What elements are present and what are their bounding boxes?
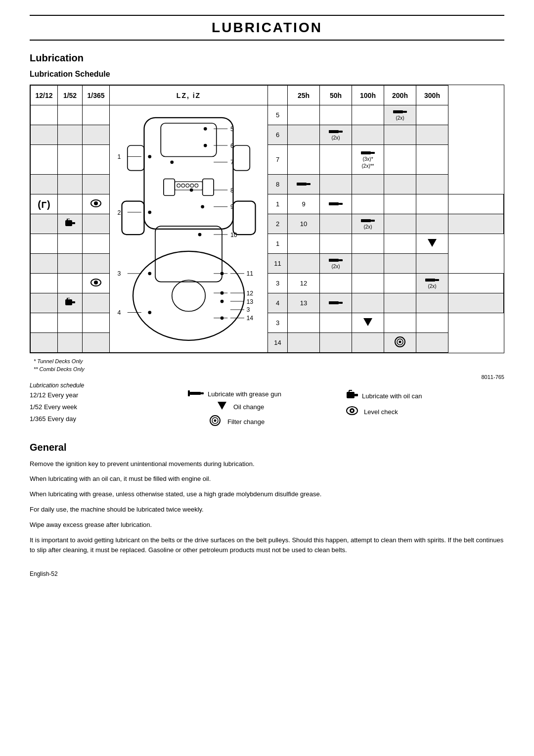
cell-num-8: 8 [268, 175, 288, 194]
svg-rect-68 [361, 151, 371, 154]
subsection-heading: Lubrication Schedule [30, 70, 504, 79]
svg-rect-89 [72, 301, 75, 303]
cell-1365-blank6 [83, 313, 110, 333]
cell-1365-4 [83, 175, 110, 194]
cell-100h-6 [352, 125, 384, 145]
level-check-icon [346, 406, 358, 418]
svg-point-85 [94, 281, 98, 284]
cell-25h-9 [320, 194, 352, 214]
svg-rect-99 [188, 390, 190, 396]
svg-point-44 [201, 205, 204, 208]
header-200h: 200h [384, 86, 416, 105]
cell-25h-5 [288, 105, 320, 125]
header-25h: 25h [288, 86, 320, 105]
cell-num-13: 13 [288, 293, 320, 313]
svg-text:6: 6 [230, 142, 234, 149]
cell-152-Y1 [58, 194, 83, 214]
svg-rect-71 [307, 183, 311, 185]
header-152: 1/52 [58, 86, 83, 105]
svg-rect-64 [393, 110, 403, 113]
svg-point-63 [148, 311, 151, 314]
svg-text:10: 10 [230, 231, 237, 238]
svg-point-6 [133, 251, 244, 340]
svg-point-73 [94, 201, 98, 205]
svg-point-62 [148, 272, 151, 275]
header-300h: 300h [416, 86, 448, 105]
cell-1365-blank2 [83, 234, 110, 254]
cell-1252-blank3 [31, 254, 58, 274]
svg-rect-82 [329, 259, 339, 262]
para-3: When lubricating with grease, unless oth… [30, 489, 504, 500]
svg-point-40 [204, 127, 207, 131]
cell-1252-2 [31, 125, 58, 145]
header-1252: 12/12 [31, 86, 58, 105]
legend-label-oil-change: Oil change [233, 403, 264, 412]
cell-50h-6: (2x) [320, 125, 352, 145]
cell-200h-11 [384, 254, 416, 274]
svg-rect-1 [161, 123, 217, 157]
oil-change-icon [218, 402, 226, 412]
cell-100h-9 [384, 194, 416, 214]
cell-200h-6 [384, 125, 416, 145]
svg-point-16 [195, 184, 198, 187]
section-lubrication: Lubrication Lubrication Schedule 12/12 1… [30, 52, 504, 556]
cell-25h-10 [320, 214, 352, 234]
cell-152-4 [58, 175, 83, 194]
cell-1252-blank2 [31, 234, 58, 254]
legend-col-1: Lubrication schedule 12/12 Every year 1/… [30, 382, 188, 432]
cell-num-3-bot: 3 [268, 313, 288, 333]
cell-1252-1 [31, 105, 58, 125]
svg-text:9: 9 [230, 203, 234, 210]
cell-300h-5 [416, 105, 448, 125]
svg-rect-74 [329, 202, 339, 205]
cell-25h-1 [288, 234, 320, 254]
cell-300h-9 [448, 194, 504, 214]
cell-50h-11: (2x) [320, 254, 352, 274]
cell-200h-13 [416, 293, 448, 313]
cell-1365-eye1 [83, 194, 110, 214]
svg-text:5: 5 [230, 126, 234, 133]
cell-num-5: 5 [268, 105, 288, 125]
svg-text:11: 11 [247, 270, 254, 277]
cell-152-1 [58, 105, 83, 125]
cell-25h-14 [288, 333, 320, 353]
cell-1365-1 [83, 105, 110, 125]
cell-300h-14 [416, 333, 448, 353]
cell-num-1-mid: 1 [268, 234, 288, 254]
mower-diagram: 5 6 7 8 9 10 1 2 [111, 110, 267, 348]
header-50h: 50h [320, 86, 352, 105]
cell-1365-blank1 [83, 214, 110, 234]
legend-item-1252: 12/12 Every year [30, 391, 188, 400]
cell-25h-7 [288, 145, 320, 175]
svg-text:1: 1 [118, 153, 121, 160]
svg-rect-80 [361, 219, 371, 222]
cell-152-2 [58, 125, 83, 145]
svg-rect-76 [65, 220, 72, 226]
svg-rect-104 [355, 394, 358, 396]
footer-language: English- [30, 570, 51, 577]
svg-text:4: 4 [118, 309, 121, 316]
legend-area: Lubrication schedule 12/12 Every year 1/… [30, 382, 504, 432]
cell-num-3-mid: 3 [268, 274, 288, 293]
legend-label-1365: 1/365 Every day [30, 415, 76, 424]
svg-rect-67 [339, 131, 343, 133]
cell-300h-3 [416, 313, 448, 333]
cell-152-blank6 [58, 313, 83, 333]
cell-num-4: 4 [268, 293, 288, 313]
svg-point-12 [177, 184, 180, 187]
svg-rect-11 [175, 182, 202, 190]
cell-50h-7 [320, 145, 352, 175]
para-4: For daily use, the machine should be lub… [30, 505, 504, 515]
cell-num-10: 10 [288, 214, 320, 234]
cell-50h-10: (2x) [352, 214, 384, 234]
cell-50h-13 [352, 293, 384, 313]
cell-300h-7 [416, 145, 448, 175]
cell-152-oil2 [58, 293, 83, 313]
cell-1252-blank1 [31, 214, 58, 234]
footnote-2: ** Combi Decks Only [34, 366, 504, 372]
svg-rect-103 [347, 392, 355, 398]
cell-152-blank4 [58, 274, 83, 293]
svg-rect-10 [203, 179, 214, 195]
cell-200h-5: (2x) [384, 105, 416, 125]
svg-rect-93 [339, 302, 343, 304]
